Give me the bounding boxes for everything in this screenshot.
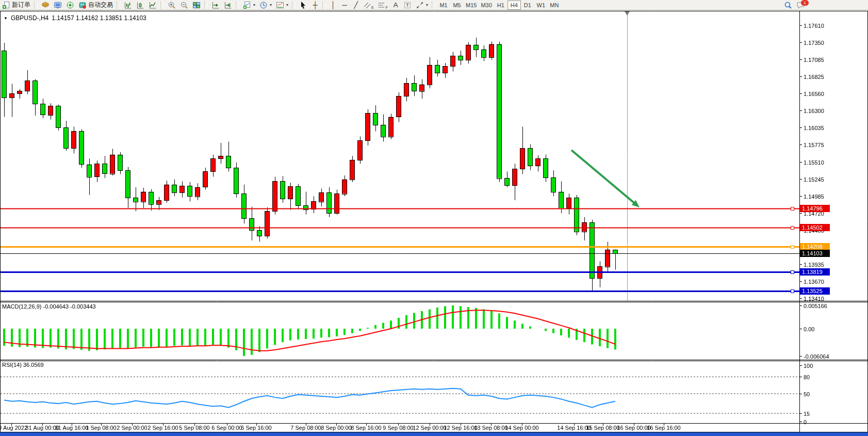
- timeframe-w1-button[interactable]: W1: [534, 1, 548, 10]
- price-axis-tag: 1.14208: [800, 243, 830, 250]
- toolbar-grip: [204, 2, 208, 9]
- toolbar: 新订单 自动交易 ▾ ▾: [0, 0, 868, 10]
- data-window-button[interactable]: [64, 1, 76, 10]
- new-order-icon: [2, 1, 10, 9]
- new-order-button[interactable]: 新订单: [0, 1, 32, 10]
- periods-button[interactable]: ▾: [257, 1, 274, 10]
- trendline-button[interactable]: ╱: [350, 1, 362, 10]
- zoom-in-button[interactable]: [166, 1, 178, 10]
- search-button[interactable]: [782, 1, 794, 10]
- auto-trading-icon: [78, 1, 87, 9]
- price-axis-tag: 1.13525: [800, 287, 830, 295]
- bar-chart-icon: [124, 1, 132, 9]
- cursor-button[interactable]: [297, 1, 309, 10]
- rsi-value: 36.0569: [23, 362, 44, 368]
- timeframe-toolbar: M1 M5 M15 M30 H1 H4 D1 W1 MN: [437, 1, 561, 10]
- vertical-line-button[interactable]: │: [327, 1, 339, 10]
- chart-symbol-header[interactable]: ▼ GBPUSD-,H4 1.14157 1.14162 1.13851 1.1…: [4, 14, 146, 22]
- text-label-button[interactable]: T: [401, 1, 414, 10]
- timeframe-mn-button[interactable]: MN: [548, 1, 561, 10]
- indicators-button[interactable]: ▾: [241, 1, 257, 10]
- timeframe-m30-button[interactable]: M30: [479, 1, 494, 10]
- clock-icon: [259, 1, 268, 9]
- toolbar-grip: [292, 2, 296, 9]
- channel-icon: [364, 2, 371, 9]
- navigator-icon: [41, 1, 50, 9]
- horizontal-line-button[interactable]: ─: [339, 1, 350, 10]
- search-icon: [784, 1, 792, 9]
- ohlc-values: 1.14157 1.14162 1.13851 1.14103: [52, 14, 146, 22]
- price-axis-tag: 1.14103: [800, 250, 830, 257]
- channel-suffix: E: [371, 6, 374, 9]
- text-button[interactable]: A: [390, 1, 401, 10]
- toolbar-grip: [117, 2, 120, 9]
- zoom-out-icon: [180, 1, 188, 9]
- price-axis-tag: 1.14502: [800, 224, 830, 231]
- cursor-arrow-icon: [299, 1, 307, 9]
- line-chart-button[interactable]: [146, 1, 159, 10]
- macd-indicator-label: MACD(12,26,9) -0.004643 -0.003443: [2, 303, 96, 310]
- timeframe-m5-button[interactable]: M5: [450, 1, 464, 10]
- symbol-dropdown-icon[interactable]: ▼: [4, 16, 8, 21]
- trendline-icon: ╱: [354, 2, 358, 8]
- rsi-name: RSI(14): [2, 362, 22, 368]
- svg-text:T: T: [406, 3, 409, 8]
- bar-chart-button[interactable]: [122, 1, 134, 10]
- new-order-label: 新订单: [12, 1, 30, 9]
- symbol-period-label: GBPUSD-,H4: [11, 14, 48, 22]
- notification-badge: 1: [801, 0, 809, 6]
- dropdown-caret-icon: ▾: [286, 3, 288, 7]
- toolbar-grip: [322, 2, 326, 9]
- candlestick-chart-button[interactable]: [134, 1, 146, 10]
- toolbar-grip: [160, 2, 164, 9]
- navigator-button[interactable]: [39, 1, 52, 10]
- equidistant-channel-button[interactable]: E: [362, 1, 376, 10]
- market-watch-icon: [54, 1, 62, 9]
- arrows-icon: [416, 1, 424, 9]
- candlestick-chart-icon: [136, 1, 144, 9]
- fibo-suffix: F: [386, 6, 388, 9]
- fibonacci-icon: [378, 2, 385, 9]
- timeframe-m1-button[interactable]: M1: [437, 1, 450, 10]
- vertical-line-icon: │: [331, 2, 335, 8]
- toolbar-grip: [432, 2, 435, 9]
- rsi-indicator-label: RSI(14) 36.0569: [2, 362, 44, 368]
- auto-scroll-button[interactable]: [209, 1, 222, 10]
- crosshair-button[interactable]: ┼: [309, 1, 321, 10]
- window-bottom-strip: [0, 432, 868, 436]
- dropdown-caret-icon: ▾: [270, 3, 272, 7]
- crosshair-icon: ┼: [313, 2, 317, 8]
- auto-scroll-icon: [211, 1, 220, 9]
- toolbar-grip: [236, 2, 239, 9]
- timeframe-h1-button[interactable]: H1: [494, 1, 507, 10]
- market-watch-button[interactable]: [52, 1, 64, 10]
- chart-shift-button[interactable]: [222, 1, 234, 10]
- data-window-icon: [66, 1, 74, 9]
- line-chart-icon: [149, 1, 157, 9]
- fibonacci-button[interactable]: F: [376, 1, 390, 10]
- auto-trading-label: 自动交易: [88, 1, 113, 9]
- macd-values: -0.004643 -0.003443: [43, 303, 95, 310]
- dropdown-caret-icon: ▾: [426, 3, 428, 7]
- price-axis-tag: 1.13819: [800, 268, 830, 276]
- timeframe-d1-button[interactable]: D1: [521, 1, 534, 10]
- price-axis-tag: 1.14796: [800, 205, 830, 212]
- toolbar-grip: [34, 2, 38, 9]
- community-button[interactable]: 1: [794, 1, 807, 10]
- tile-windows-icon: [192, 1, 201, 9]
- text-label-icon: T: [403, 1, 412, 9]
- templates-button[interactable]: ▾: [274, 1, 290, 10]
- horizontal-line-icon: ─: [342, 2, 347, 8]
- chart-shift-icon: [224, 1, 232, 9]
- tile-windows-button[interactable]: [190, 1, 203, 10]
- zoom-in-icon: [168, 1, 176, 9]
- text-icon: A: [394, 2, 398, 8]
- chart-canvas[interactable]: [0, 0, 868, 436]
- arrows-button[interactable]: ▾: [414, 1, 430, 10]
- timeframe-h4-button[interactable]: H4: [507, 1, 521, 10]
- zoom-out-button[interactable]: [178, 1, 190, 10]
- timeframe-m15-button[interactable]: M15: [464, 1, 479, 10]
- auto-trading-button[interactable]: 自动交易: [76, 1, 115, 10]
- macd-name: MACD(12,26,9): [2, 303, 41, 310]
- indicators-icon: [243, 1, 251, 9]
